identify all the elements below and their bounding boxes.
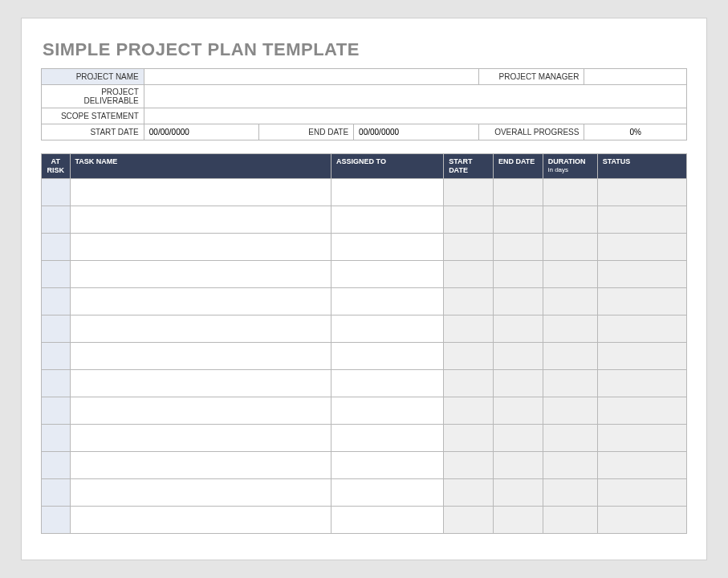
cell-at-risk[interactable]: [42, 287, 71, 315]
cell-task-name[interactable]: [70, 369, 331, 397]
cell-end-date[interactable]: [493, 342, 543, 369]
cell-assigned-to[interactable]: [331, 451, 444, 478]
cell-assigned-to[interactable]: [331, 342, 444, 369]
cell-task-name[interactable]: [70, 342, 331, 369]
cell-duration[interactable]: [543, 315, 597, 342]
cell-assigned-to[interactable]: [331, 233, 444, 260]
cell-start-date[interactable]: [444, 369, 494, 397]
cell-assigned-to[interactable]: [331, 478, 444, 506]
cell-at-risk[interactable]: [42, 342, 71, 369]
cell-at-risk[interactable]: [42, 397, 71, 424]
cell-duration[interactable]: [543, 478, 597, 506]
cell-duration[interactable]: [543, 260, 597, 287]
cell-task-name[interactable]: [70, 315, 331, 342]
cell-status[interactable]: [597, 287, 686, 315]
cell-start-date[interactable]: [444, 178, 494, 206]
cell-duration[interactable]: [543, 506, 597, 533]
cell-status[interactable]: [597, 478, 686, 506]
cell-start-date[interactable]: [444, 233, 494, 260]
cell-task-name[interactable]: [70, 260, 331, 287]
cell-at-risk[interactable]: [42, 260, 71, 287]
cell-start-date[interactable]: [444, 206, 494, 233]
cell-end-date[interactable]: [493, 206, 543, 233]
cell-task-name[interactable]: [70, 233, 331, 260]
cell-end-date[interactable]: [493, 451, 543, 478]
cell-duration[interactable]: [543, 451, 597, 478]
cell-at-risk[interactable]: [42, 478, 71, 506]
cell-status[interactable]: [597, 506, 686, 533]
cell-status[interactable]: [597, 178, 686, 206]
cell-start-date[interactable]: [444, 478, 494, 506]
cell-start-date[interactable]: [444, 506, 494, 533]
cell-at-risk[interactable]: [42, 315, 71, 342]
cell-at-risk[interactable]: [42, 233, 71, 260]
cell-duration[interactable]: [543, 397, 597, 424]
cell-at-risk[interactable]: [42, 369, 71, 397]
cell-duration[interactable]: [543, 233, 597, 260]
project-manager-value[interactable]: [584, 69, 687, 85]
cell-duration[interactable]: [543, 424, 597, 451]
cell-duration[interactable]: [543, 342, 597, 369]
cell-at-risk[interactable]: [42, 424, 71, 451]
cell-status[interactable]: [597, 315, 686, 342]
cell-status[interactable]: [597, 369, 686, 397]
cell-status[interactable]: [597, 233, 686, 260]
cell-duration[interactable]: [543, 369, 597, 397]
cell-assigned-to[interactable]: [331, 315, 444, 342]
cell-end-date[interactable]: [493, 178, 543, 206]
cell-assigned-to[interactable]: [331, 506, 444, 533]
cell-task-name[interactable]: [70, 178, 331, 206]
cell-start-date[interactable]: [444, 397, 494, 424]
cell-task-name[interactable]: [70, 424, 331, 451]
cell-assigned-to[interactable]: [331, 369, 444, 397]
cell-status[interactable]: [597, 206, 686, 233]
page-title: SIMPLE PROJECT PLAN TEMPLATE: [43, 39, 687, 60]
cell-status[interactable]: [597, 451, 686, 478]
cell-task-name[interactable]: [70, 206, 331, 233]
cell-assigned-to[interactable]: [331, 206, 444, 233]
cell-end-date[interactable]: [493, 478, 543, 506]
cell-assigned-to[interactable]: [331, 397, 444, 424]
cell-status[interactable]: [597, 342, 686, 369]
cell-assigned-to[interactable]: [331, 287, 444, 315]
end-date-value[interactable]: 00/00/0000: [354, 124, 479, 140]
project-deliverable-value[interactable]: [144, 85, 686, 108]
cell-start-date[interactable]: [444, 315, 494, 342]
cell-end-date[interactable]: [493, 397, 543, 424]
table-row: [42, 397, 687, 424]
cell-status[interactable]: [597, 260, 686, 287]
cell-assigned-to[interactable]: [331, 424, 444, 451]
cell-end-date[interactable]: [493, 369, 543, 397]
start-date-value[interactable]: 00/00/0000: [144, 124, 259, 140]
cell-end-date[interactable]: [493, 287, 543, 315]
cell-at-risk[interactable]: [42, 506, 71, 533]
cell-duration[interactable]: [543, 178, 597, 206]
cell-end-date[interactable]: [493, 233, 543, 260]
cell-start-date[interactable]: [444, 287, 494, 315]
cell-duration[interactable]: [543, 287, 597, 315]
cell-end-date[interactable]: [493, 506, 543, 533]
cell-task-name[interactable]: [70, 478, 331, 506]
cell-at-risk[interactable]: [42, 451, 71, 478]
cell-end-date[interactable]: [493, 315, 543, 342]
cell-start-date[interactable]: [444, 424, 494, 451]
cell-assigned-to[interactable]: [331, 178, 444, 206]
cell-start-date[interactable]: [444, 260, 494, 287]
scope-statement-value[interactable]: [144, 108, 686, 124]
cell-end-date[interactable]: [493, 424, 543, 451]
cell-start-date[interactable]: [444, 342, 494, 369]
cell-task-name[interactable]: [70, 397, 331, 424]
cell-status[interactable]: [597, 424, 686, 451]
cell-at-risk[interactable]: [42, 206, 71, 233]
cell-task-name[interactable]: [70, 287, 331, 315]
cell-end-date[interactable]: [493, 260, 543, 287]
cell-assigned-to[interactable]: [331, 260, 444, 287]
cell-task-name[interactable]: [70, 506, 331, 533]
cell-status[interactable]: [597, 397, 686, 424]
project-name-value[interactable]: [144, 69, 478, 85]
cell-duration[interactable]: [543, 206, 597, 233]
cell-task-name[interactable]: [70, 451, 331, 478]
cell-start-date[interactable]: [444, 451, 494, 478]
cell-at-risk[interactable]: [42, 178, 71, 206]
overall-progress-value[interactable]: 0%: [584, 124, 687, 140]
